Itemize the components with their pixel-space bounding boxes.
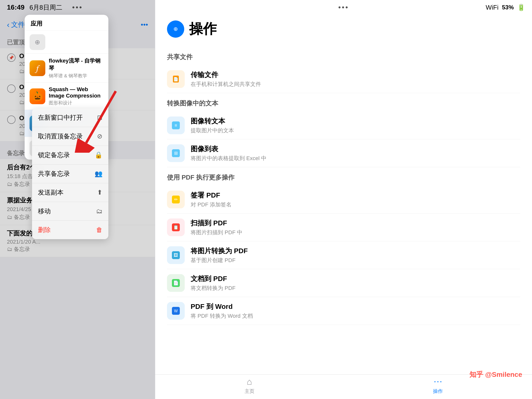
compass-icon-1: ⊕ (35, 38, 40, 46)
tab-home-label: 主页 (245, 388, 254, 395)
right-content: 共享文件 📄 传输文件 在手机和计算机之间共享文件 转换图像中的文本 ≡ (155, 47, 532, 392)
section-title-ocr: 转换图像中的文本 (167, 99, 520, 108)
context-unpin[interactable]: 取消置顶备忘录 ⊘ (32, 127, 108, 146)
scan-pdf-icon: 📋 (167, 218, 185, 236)
action-image-to-table[interactable]: ⊞ 图像到表 将图片中的表格提取到 Excel 中 (167, 139, 520, 167)
tab-actions[interactable]: ⋯ 操作 (433, 377, 443, 395)
share-people-icon: 👥 (95, 170, 102, 178)
action-image-to-text[interactable]: ≡ 图像转文本 提取图片中的文本 (167, 112, 520, 139)
svg-text:🖼: 🖼 (174, 253, 178, 258)
context-delete[interactable]: 删除 🗑 (32, 221, 108, 239)
tab-actions-label: 操作 (433, 388, 443, 395)
pdf-to-word-name: PDF 到 Word (191, 302, 253, 311)
action-image-to-pdf[interactable]: 🖼 将图片转换为 PDF 基于图片创建 PDF (167, 241, 520, 269)
transfer-file-desc: 在手机和计算机之间共享文件 (191, 81, 261, 88)
context-send-copy[interactable]: 发送副本 ⬆ (32, 183, 108, 202)
scan-pdf-name: 扫描到 PDF (191, 218, 242, 228)
open-new-window-icon: ⊡ (97, 114, 102, 121)
action-transfer-file[interactable]: 📄 传输文件 在手机和计算机之间共享文件 (167, 65, 520, 93)
image-to-table-desc: 将图片中的表格提取到 Excel 中 (191, 155, 266, 162)
scan-pdf-desc: 将图片扫描到 PDF 中 (191, 229, 242, 236)
pdf-to-word-icon: W (167, 302, 185, 320)
action-doc-to-pdf[interactable]: 📄 文档到 PDF 将文档转换为 PDF (167, 269, 520, 297)
flowkey-category: 钢琴谱 & 钢琴教学 (49, 73, 103, 79)
image-to-text-content: 图像转文本 提取图片中的文本 (191, 116, 234, 134)
right-title-row: ⊕ 操作 (167, 20, 520, 38)
action-scan-to-pdf[interactable]: 📋 扫描到 PDF 将图片扫描到 PDF 中 (167, 214, 520, 241)
app-item-squash[interactable]: 🎃 Squash — Web Image Compression 图形和设计 (25, 83, 108, 110)
sign-pdf-content: 签署 PDF 对 PDF 添加签名 (191, 191, 232, 208)
unpin-icon: ⊘ (97, 133, 102, 140)
right-panel: ••• WiFi 53% 🔋 ⊕ 操作 共享文件 📄 (155, 0, 532, 399)
pdf-to-word-content: PDF 到 Word 将 PDF 转换为 Word 文档 (191, 302, 253, 320)
transfer-file-text: 传输文件 在手机和计算机之间共享文件 (191, 70, 261, 88)
delete-label: 删除 (38, 226, 51, 234)
section-title-share: 共享文件 (167, 53, 520, 61)
open-new-window-label: 在新窗口中打开 (38, 113, 83, 122)
svg-text:📋: 📋 (173, 225, 179, 230)
svg-text:≡: ≡ (175, 123, 177, 128)
doc-to-pdf-icon: 📄 (167, 274, 185, 292)
sign-pdf-icon: ✏ (167, 191, 185, 208)
action-sign-pdf[interactable]: ✏ 签署 PDF 对 PDF 添加签名 (167, 186, 520, 214)
app-text-squash: Squash — Web Image Compression 图形和设计 (49, 86, 103, 106)
img-to-pdf-icon: 🖼 (167, 246, 185, 264)
right-header: ⊕ 操作 (155, 15, 532, 47)
context-lock[interactable]: 锁定备忘录 🔒 (32, 146, 108, 165)
sign-pdf-desc: 对 PDF 添加签名 (191, 201, 232, 208)
actions-title-icon: ⊕ (167, 20, 184, 38)
app-text-flowkey: flowkey流琴 - 自学钢琴 钢琴谱 & 钢琴教学 (49, 57, 103, 79)
doc-to-pdf-desc: 将文档转换为 PDF (191, 284, 235, 292)
app-popup-header: 应用 (25, 15, 108, 31)
action-pdf-to-word[interactable]: W PDF 到 Word 将 PDF 转换为 Word 文档 (167, 297, 520, 325)
share-label: 共享备忘录 (38, 169, 70, 178)
context-move[interactable]: 移动 🗂 (32, 202, 108, 221)
battery-percentage: 53% (502, 4, 514, 11)
image-to-table-content: 图像到表 将图片中的表格提取到 Excel 中 (191, 144, 266, 162)
img-to-pdf-content: 将图片转换为 PDF 基于图片创建 PDF (191, 246, 248, 264)
actions-icon: ⋯ (433, 377, 442, 387)
img-to-pdf-desc: 基于图片创建 PDF (191, 257, 248, 264)
app-item-flowkey[interactable]: 𝑓 flowkey流琴 - 自学钢琴 钢琴谱 & 钢琴教学 (25, 54, 108, 83)
send-copy-label: 发送副本 (38, 188, 64, 197)
right-title: 操作 (189, 20, 217, 38)
svg-text:📄: 📄 (173, 280, 179, 286)
context-open-new-window[interactable]: 在新窗口中打开 ⊡ (32, 108, 108, 127)
home-icon: ⌂ (247, 377, 252, 387)
context-share[interactable]: 共享备忘录 👥 (32, 165, 108, 183)
image-to-text-name: 图像转文本 (191, 116, 234, 126)
sign-pdf-name: 签署 PDF (191, 191, 232, 200)
battery-icon: 🔋 (517, 4, 525, 11)
transfer-file-icon: 📄 (167, 70, 185, 88)
send-copy-icon: ⬆ (97, 189, 102, 196)
lock-label: 锁定备忘录 (38, 151, 70, 159)
image-to-text-desc: 提取图片中的文本 (191, 127, 234, 134)
svg-text:📄: 📄 (173, 77, 178, 82)
transfer-file-name: 传输文件 (191, 70, 261, 80)
tab-home[interactable]: ⌂ 主页 (245, 377, 254, 395)
squash-category: 图形和设计 (49, 100, 103, 106)
image-to-table-name: 图像到表 (191, 144, 266, 154)
left-panel: 16:49 6月8日周二 ••• ‹ 文件夹 ••• 已置顶 📌 Our G..… (0, 0, 155, 399)
status-icons: WiFi 53% 🔋 (486, 4, 525, 11)
unpin-label: 取消置顶备忘录 (38, 132, 83, 141)
image-to-table-icon: ⊞ (167, 144, 185, 162)
svg-text:⊞: ⊞ (174, 151, 178, 156)
scan-pdf-content: 扫描到 PDF 将图片扫描到 PDF 中 (191, 218, 242, 236)
app-icon-empty1: ⊕ (30, 34, 45, 50)
trash-icon: 🗑 (96, 226, 102, 234)
context-menu: 在新窗口中打开 ⊡ 取消置顶备忘录 ⊘ 锁定备忘录 🔒 共享备忘录 👥 发送副本… (32, 108, 108, 239)
app-item-empty1[interactable]: ⊕ (25, 31, 108, 54)
svg-text:✏: ✏ (174, 197, 178, 202)
squash-name: Squash — Web Image Compression (49, 86, 103, 99)
right-status-bar: ••• WiFi 53% 🔋 (155, 0, 532, 15)
doc-to-pdf-content: 文档到 PDF 将文档转换为 PDF (191, 274, 235, 292)
image-to-text-icon: ≡ (167, 116, 185, 134)
move-label: 移动 (38, 207, 51, 216)
svg-text:W: W (174, 309, 178, 313)
app-icon-flowkey: 𝑓 (30, 60, 45, 76)
watermark: 知乎 @Smilence (469, 370, 522, 379)
status-dots-right: ••• (338, 3, 349, 12)
app-icon-squash: 🎃 (30, 88, 45, 104)
lock-icon: 🔒 (95, 151, 102, 159)
